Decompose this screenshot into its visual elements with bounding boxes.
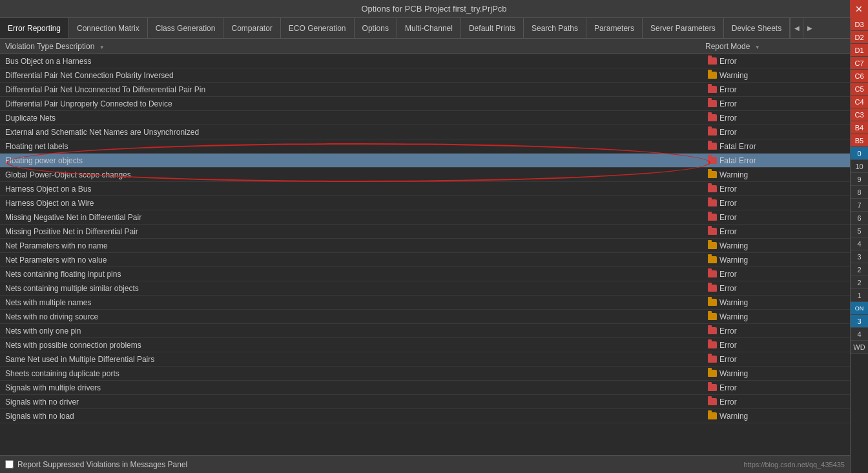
- report-mode: Warning: [708, 312, 850, 321]
- right-panel-item[interactable]: 2: [851, 276, 868, 289]
- right-panel-item[interactable]: 3: [851, 315, 868, 328]
- title-bar: Options for PCB Project first_try.PrjPcb…: [0, 0, 868, 18]
- table-row[interactable]: Nets containing multiple similar objects…: [0, 281, 850, 296]
- tab-connection-matrix[interactable]: Connection Matrix: [69, 18, 148, 38]
- table-row[interactable]: Nets with only one pinError: [0, 324, 850, 338]
- violation-name: Nets with possible connection problems: [0, 341, 708, 350]
- right-panel: D3D2D1C7C6C5C4C3B4B50109876543221ON34WD: [850, 18, 868, 473]
- right-panel-item[interactable]: D1: [851, 44, 868, 57]
- table-row[interactable]: Duplicate NetsError: [0, 111, 850, 125]
- tab-eco-generation[interactable]: ECO Generation: [281, 18, 355, 38]
- right-panel-item[interactable]: 1: [851, 289, 868, 302]
- right-panel-item[interactable]: 7: [851, 199, 868, 212]
- right-panel-item[interactable]: C7: [851, 57, 868, 70]
- tab-parameters[interactable]: Parameters: [586, 18, 643, 38]
- right-panel-item[interactable]: B5: [851, 134, 868, 147]
- tab-device-sheets[interactable]: Device Sheets: [724, 18, 790, 38]
- right-panel-item[interactable]: 10: [851, 160, 868, 173]
- right-panel-item[interactable]: 0: [851, 147, 868, 160]
- folder-icon: [708, 171, 717, 178]
- table-row[interactable]: Floating power objectsFatal Error: [0, 154, 850, 168]
- mode-text: Error: [719, 355, 737, 364]
- tab-comparator[interactable]: Comparator: [223, 18, 280, 38]
- right-panel-item[interactable]: 4: [851, 328, 868, 341]
- folder-icon: [708, 412, 717, 419]
- tab-server-parameters[interactable]: Server Parameters: [643, 18, 724, 38]
- right-panel-item[interactable]: 8: [851, 186, 868, 199]
- tab-class-generation[interactable]: Class Generation: [148, 18, 224, 38]
- right-panel-item[interactable]: 5: [851, 225, 868, 237]
- right-panel-item[interactable]: ON: [851, 302, 868, 315]
- table-row[interactable]: Net Parameters with no valueWarning: [0, 253, 850, 267]
- tab-multi-channel[interactable]: Multi-Channel: [397, 18, 461, 38]
- folder-icon: [708, 285, 717, 292]
- table-row[interactable]: Differential Pair Net Unconnected To Dif…: [0, 83, 850, 97]
- table-row[interactable]: Same Net used in Multiple Differential P…: [0, 352, 850, 367]
- right-panel-item[interactable]: C4: [851, 96, 868, 108]
- right-panel-item[interactable]: C3: [851, 108, 868, 121]
- right-panel-item[interactable]: 3: [851, 250, 868, 263]
- table-row[interactable]: Nets with multiple namesWarning: [0, 296, 850, 310]
- tab-error-reporting[interactable]: Error Reporting: [0, 18, 69, 38]
- report-mode: Warning: [708, 256, 850, 265]
- sort-arrow-mode: ▼: [755, 45, 760, 50]
- table-body[interactable]: Bus Object on a HarnessErrorDifferential…: [0, 54, 850, 455]
- folder-icon: [708, 256, 717, 263]
- report-mode: Error: [708, 85, 850, 94]
- suppress-violations-label[interactable]: Report Suppressed Violations in Messages…: [17, 460, 187, 469]
- mode-text: Warning: [719, 412, 748, 421]
- right-panel-item[interactable]: WD: [851, 341, 868, 354]
- right-panel-item[interactable]: C5: [851, 83, 868, 96]
- report-mode: Fatal Error: [708, 156, 850, 165]
- right-panel-item[interactable]: 6: [851, 212, 868, 225]
- table-row[interactable]: Signals with no loadWarning: [0, 409, 850, 423]
- checkbox-area[interactable]: Report Suppressed Violations in Messages…: [5, 460, 738, 469]
- mode-text: Error: [719, 284, 737, 293]
- right-panel-item[interactable]: D2: [851, 31, 868, 44]
- table-row[interactable]: Nets with possible connection problemsEr…: [0, 338, 850, 352]
- violation-name: Harness Object on a Wire: [0, 199, 708, 208]
- table-row[interactable]: Nets containing floating input pinsError: [0, 267, 850, 281]
- report-mode: Error: [708, 128, 850, 137]
- table-row[interactable]: Bus Object on a HarnessError: [0, 54, 850, 68]
- report-mode: Fatal Error: [708, 142, 850, 151]
- folder-icon: [708, 228, 717, 235]
- table-row[interactable]: Global Power-Object scope changesWarning: [0, 168, 850, 182]
- mode-text: Error: [719, 327, 737, 336]
- table-row[interactable]: External and Schematic Net Names are Uns…: [0, 125, 850, 139]
- table-row[interactable]: Sheets containing duplicate portsWarning: [0, 367, 850, 381]
- right-panel-item[interactable]: 2: [851, 263, 868, 276]
- table-row[interactable]: Harness Object on a BusError: [0, 182, 850, 196]
- suppress-violations-checkbox[interactable]: [5, 460, 14, 468]
- table-row[interactable]: Floating net labelsFatal Error: [0, 139, 850, 154]
- right-panel-item[interactable]: 9: [851, 173, 868, 186]
- table-row[interactable]: Signals with multiple driversError: [0, 381, 850, 395]
- report-mode: Warning: [708, 241, 850, 250]
- table-row[interactable]: Differential Pair Net Connection Polarit…: [0, 68, 850, 83]
- tab-arrow-left[interactable]: ◀: [790, 18, 803, 38]
- close-button[interactable]: ✕: [850, 0, 868, 18]
- violation-name: Harness Object on a Bus: [0, 185, 708, 194]
- table-row[interactable]: Differential Pair Unproperly Connected t…: [0, 97, 850, 111]
- mode-text: Error: [719, 85, 737, 94]
- right-panel-item[interactable]: B4: [851, 121, 868, 134]
- tab-search-paths[interactable]: Search Paths: [524, 18, 586, 38]
- table-row[interactable]: Nets with no driving sourceWarning: [0, 310, 850, 324]
- mode-text: Error: [719, 114, 737, 123]
- table-row[interactable]: Net Parameters with no nameWarning: [0, 239, 850, 253]
- main-content: Error ReportingConnection MatrixClass Ge…: [0, 18, 850, 473]
- report-mode: Error: [708, 114, 850, 123]
- right-panel-item[interactable]: C6: [851, 70, 868, 83]
- tab-arrow-right[interactable]: ▶: [803, 18, 816, 38]
- table-row[interactable]: Harness Object on a WireError: [0, 196, 850, 210]
- table-row[interactable]: Missing Positive Net in Differential Pai…: [0, 225, 850, 239]
- violation-name: Nets with no driving source: [0, 312, 708, 321]
- folder-icon: [708, 143, 717, 150]
- table-row[interactable]: Missing Negative Net in Differential Pai…: [0, 210, 850, 225]
- table-row[interactable]: Signals with no driverError: [0, 395, 850, 409]
- right-panel-item[interactable]: 4: [851, 237, 868, 250]
- tab-default-prints[interactable]: Default Prints: [461, 18, 524, 38]
- tab-options[interactable]: Options: [355, 18, 397, 38]
- right-panel-item[interactable]: D3: [851, 18, 868, 31]
- folder-icon: [708, 398, 717, 405]
